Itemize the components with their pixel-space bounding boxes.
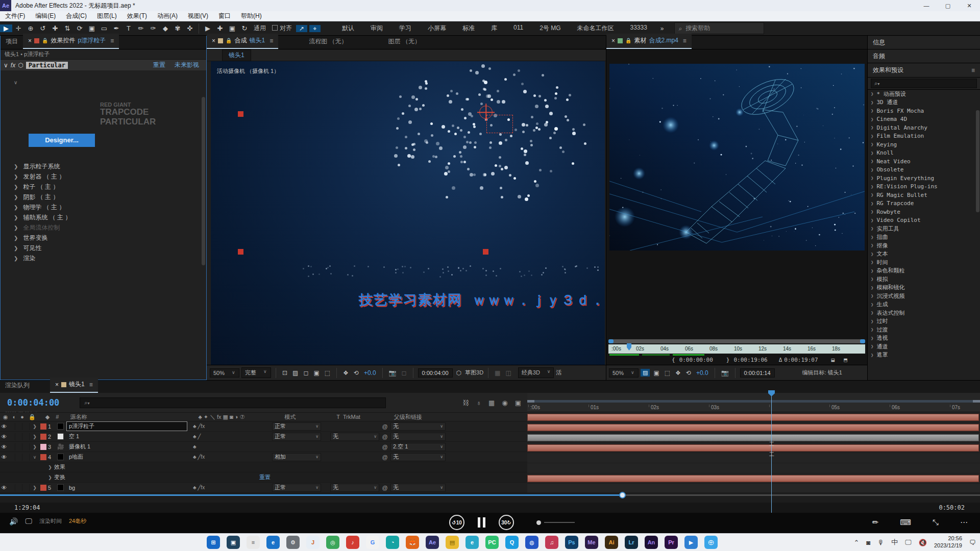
timeline-toolbar-icon-1[interactable]: ♁ (476, 399, 481, 407)
taskbar-app-23[interactable]: Pr (665, 536, 678, 549)
effects-category-2[interactable]: ❯Boris FX Mocha (868, 107, 980, 115)
effects-category-10[interactable]: ❯Plugin Everything (868, 174, 980, 183)
tool-icon-2[interactable]: ⊕ (24, 24, 37, 32)
timeline-toolbar-icon-3[interactable]: ◉ (502, 399, 507, 407)
rewind-10-button[interactable]: ↺10 (449, 515, 464, 530)
tool-icon-9[interactable]: ✒ (110, 24, 122, 32)
mask-icon[interactable]: ▣ (652, 369, 660, 377)
track-row[interactable] (527, 422, 980, 433)
menu-8[interactable]: 帮助(H) (236, 12, 267, 20)
general-label[interactable]: 通用 (254, 24, 266, 33)
snapshot-icon[interactable]: 📷 (387, 369, 398, 377)
taskbar-app-2[interactable]: ≡ (247, 536, 260, 549)
view-layout-icon[interactable]: ▦ (493, 369, 502, 377)
mask-visibility-icon[interactable]: ▨ (291, 369, 300, 377)
tool-icon-11[interactable]: ✏ (135, 24, 147, 32)
viewer-tab-shot1[interactable]: 镜头1 (222, 49, 251, 61)
track-row[interactable] (527, 443, 980, 453)
particular-group-7[interactable]: ❯世界变换 (1, 233, 206, 243)
resolution-dropdown[interactable]: 完整∨ (241, 367, 271, 378)
panel-menu-icon[interactable]: ≡ (89, 381, 93, 388)
layer-handle[interactable] (238, 249, 243, 255)
tab-flowchart[interactable]: 流程图 （无） (304, 35, 352, 49)
audio-panel-header[interactable]: 音频 (868, 49, 980, 63)
parent-dropdown[interactable]: 无∨ (390, 484, 446, 492)
layer-name[interactable]: 摄像机 1 (67, 442, 187, 451)
exposure-value[interactable]: +0.0 (362, 369, 378, 377)
effects-category-17[interactable]: ❯扭曲 (868, 233, 980, 242)
roi-icon[interactable]: ⬚ (323, 369, 332, 377)
taskbar-app-15[interactable]: Q (505, 536, 519, 549)
magnification-dropdown[interactable]: 50%∨ (210, 368, 239, 378)
eye-icon[interactable]: 👁 (0, 423, 8, 430)
effects-category-22[interactable]: ❯模拟 (868, 275, 980, 284)
footage-scrollbar[interactable] (608, 339, 865, 343)
trkmat-dropdown[interactable]: 无∨ (330, 433, 379, 441)
effects-category-31[interactable]: ❯遮罩 (868, 351, 980, 360)
designer-button[interactable]: Designer... (29, 134, 95, 147)
effects-category-27[interactable]: ❯过时 (868, 317, 980, 326)
particular-group-4[interactable]: ❯物理学 （ 主 ） (1, 202, 206, 212)
workspace-3[interactable]: 小屏幕 (420, 24, 454, 33)
effects-category-29[interactable]: ❯透视 (868, 334, 980, 343)
pause-button[interactable] (478, 517, 485, 528)
tool-icon-6[interactable]: ⟳ (74, 24, 86, 32)
particular-group-9[interactable]: ❯渲染 (1, 253, 206, 263)
layer-row-变换[interactable]: ❯变换重置 (0, 472, 527, 483)
particular-group-6[interactable]: ❯全局流体控制 (1, 222, 206, 233)
effects-category-25[interactable]: ❯生成 (868, 300, 980, 309)
scrollbar[interactable] (976, 110, 979, 212)
tool-icon-5[interactable]: ⇅ (61, 24, 74, 32)
snap-icon-1[interactable]: ⌖ (309, 25, 321, 32)
tray-chevron-icon[interactable]: ⌃ (853, 539, 859, 546)
out-point-time[interactable]: 0:00:19:06 (733, 357, 767, 363)
effects-category-16[interactable]: ❯实用工具 (868, 224, 980, 233)
effects-category-11[interactable]: ❯RE:Vision Plug-ins (868, 183, 980, 191)
layer-row-p地面[interactable]: 👁∨4p地面♣ ╱fx相加∨@无∨ (0, 452, 527, 462)
menu-2[interactable]: 合成(C) (61, 12, 92, 20)
tool-icon-4[interactable]: ✚ (49, 24, 61, 32)
taskbar-app-25[interactable]: ㊉ (704, 536, 718, 549)
screenshot-icon[interactable]: ◙ (866, 539, 870, 546)
twirl-icon[interactable]: ❯ (31, 424, 39, 429)
taskbar-app-19[interactable]: Me (585, 536, 598, 549)
taskbar-app-22[interactable]: An (645, 536, 658, 549)
playhead[interactable]: 工 工 (771, 390, 772, 513)
layer-row-效果[interactable]: ❯效果 (0, 462, 527, 472)
parent-column[interactable]: 父级和链接 (394, 413, 422, 421)
effects-category-26[interactable]: ❯表达式控制 (868, 309, 980, 317)
effects-category-8[interactable]: ❯Neat Video (868, 157, 980, 166)
close-button[interactable]: ✕ (959, 0, 980, 11)
tab-composition[interactable]: × 🔒 合成 镜头1 ≡ (207, 34, 278, 49)
menu-0[interactable]: 文件(F) (0, 12, 30, 20)
forward-30-button[interactable]: 30↻ (499, 515, 514, 530)
transparency-grid-icon[interactable]: ▨ (641, 369, 650, 377)
channel-icon[interactable]: ❖ (674, 369, 682, 377)
show-snapshot-icon[interactable]: ◻ (400, 369, 408, 377)
taskbar-app-9[interactable]: ◔ (386, 536, 399, 549)
pixel-aspect-icon[interactable]: ◫ (504, 369, 512, 377)
track-row[interactable] (527, 412, 980, 422)
monitor-icon[interactable]: 🖵 (25, 517, 32, 525)
footage-viewport[interactable]: :00s02s04s06s08s10s12s14s16s18s { 0:00:0… (606, 49, 867, 380)
effects-category-30[interactable]: ❯通道 (868, 342, 980, 351)
composition-viewport[interactable]: 活动摄像机 （摄像机 1） 技艺学习素材网 ｗｗｗ．ｊｙ３ｄ．ｃｎ (207, 61, 606, 365)
microphone-icon[interactable]: 🎙 (877, 539, 884, 546)
effects-category-5[interactable]: ❯Film Emulation (868, 132, 980, 141)
taskbar-app-12[interactable]: ▤ (446, 536, 459, 549)
eye-icon[interactable]: 👁 (0, 434, 8, 440)
menu-6[interactable]: 视图(V) (183, 12, 213, 20)
tab-layer[interactable]: 图层 （无） (383, 35, 426, 49)
panel-menu-icon[interactable]: ≡ (683, 37, 687, 44)
eye-icon[interactable]: 👁 (0, 444, 8, 450)
twirl-icon[interactable]: ❯ (31, 434, 39, 439)
menu-1[interactable]: 编辑(E) (30, 12, 61, 20)
tool-icon-12[interactable]: ✑ (147, 24, 159, 32)
effects-presets-header[interactable]: 效果和预设 ≡ (868, 63, 980, 78)
effects-category-21[interactable]: ❯杂色和颗粒 (868, 267, 980, 276)
out-point-icon[interactable]: } (726, 357, 730, 363)
parent-dropdown[interactable]: 无∨ (390, 453, 446, 461)
tool-icon-8[interactable]: ▭ (98, 24, 110, 32)
eye-icon[interactable]: 👁 (0, 454, 8, 460)
taskbar-clock[interactable]: 20:56 2023/12/19 (934, 535, 962, 549)
